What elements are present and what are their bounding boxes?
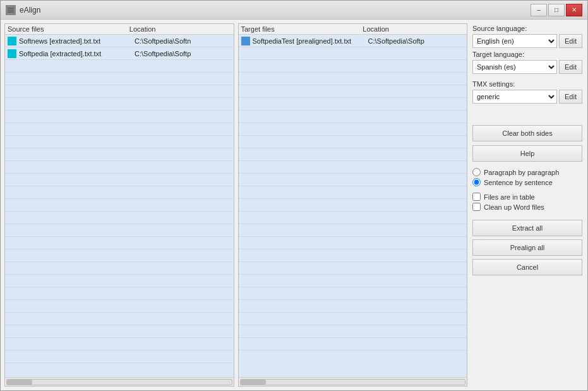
- prealign-all-button[interactable]: Prealign all: [472, 239, 582, 256]
- empty-row: [239, 237, 467, 250]
- empty-row: [239, 148, 467, 161]
- empty-row: [5, 148, 234, 161]
- empty-row: [239, 300, 467, 313]
- close-button[interactable]: ✕: [566, 4, 582, 16]
- source-file-name-0: Softnews [extracted].txt.txt: [19, 37, 135, 45]
- svg-rect-0: [8, 8, 14, 9]
- titlebar-controls: – □ ✕: [531, 4, 582, 16]
- minimize-button[interactable]: –: [531, 4, 547, 16]
- target-files-header-location: Location: [363, 25, 464, 33]
- source-language-select[interactable]: English (en): [472, 34, 557, 48]
- content-area: Source files Location Softnews [extracte…: [1, 20, 587, 390]
- table-row[interactable]: SoftpediaTest [prealigned].txt.txt C:\So…: [239, 35, 467, 47]
- source-file-location-1: C:\Softpedia\Softp: [135, 50, 231, 57]
- tmx-row: generic Edit: [472, 90, 582, 104]
- source-files-header: Source files Location: [5, 24, 234, 35]
- alignment-mode-group: Paragraph by paragraph Sentence by sente…: [472, 168, 582, 186]
- empty-row: [239, 287, 467, 300]
- cleanup-word-checkbox[interactable]: [472, 203, 481, 211]
- source-files-list[interactable]: Softnews [extracted].txt.txt C:\Softpedi…: [5, 35, 234, 377]
- paragraph-radio-label[interactable]: Paragraph by paragraph: [472, 168, 582, 176]
- files-in-table-label[interactable]: Files are in table: [472, 193, 582, 201]
- target-scrollbar-track[interactable]: [240, 379, 466, 385]
- empty-row: [5, 161, 234, 174]
- target-files-header: Target files Location: [239, 24, 467, 35]
- file-icon: [241, 37, 250, 45]
- empty-row: [239, 325, 467, 338]
- files-panel: Source files Location Softnews [extracte…: [4, 23, 467, 387]
- cancel-button[interactable]: Cancel: [472, 259, 582, 275]
- empty-row: [5, 287, 234, 300]
- target-scrollbar-thumb[interactable]: [241, 380, 266, 385]
- paragraph-radio[interactable]: [472, 168, 481, 176]
- empty-row: [239, 250, 467, 262]
- empty-row: [5, 174, 234, 186]
- cleanup-word-text: Clean up Word files: [484, 203, 544, 211]
- source-files-header-name: Source files: [8, 25, 129, 33]
- tmx-select[interactable]: generic: [472, 90, 557, 104]
- empty-row: [239, 60, 467, 73]
- files-in-table-text: Files are in table: [484, 193, 535, 201]
- tmx-edit-button[interactable]: Edit: [559, 90, 582, 104]
- help-button[interactable]: Help: [472, 145, 582, 162]
- empty-row: [5, 338, 234, 351]
- source-scrollbar-track[interactable]: [6, 379, 232, 385]
- restore-button[interactable]: □: [548, 4, 565, 16]
- source-scrollbar-thumb[interactable]: [7, 380, 32, 385]
- empty-row: [239, 174, 467, 186]
- empty-row: [5, 136, 234, 148]
- sentence-radio-text: Sentence by sentence: [484, 179, 553, 186]
- empty-row: [239, 98, 467, 111]
- empty-row: [239, 161, 467, 174]
- empty-row: [5, 123, 234, 136]
- empty-row: [239, 275, 467, 287]
- empty-row: [239, 224, 467, 237]
- empty-row: [239, 47, 467, 60]
- source-file-name-1: Softpedia [extracted].txt.txt: [19, 50, 135, 57]
- empty-row: [5, 224, 234, 237]
- empty-row: [5, 275, 234, 287]
- svg-rect-1: [8, 9, 14, 11]
- sentence-radio[interactable]: [472, 178, 481, 186]
- empty-row: [239, 338, 467, 351]
- main-window: eAlign – □ ✕ Source files Location Softn…: [0, 0, 588, 391]
- empty-row: [5, 237, 234, 250]
- files-in-table-checkbox[interactable]: [472, 193, 481, 201]
- empty-row: [5, 212, 234, 224]
- target-scrollbar[interactable]: [239, 377, 467, 386]
- source-language-row: English (en) Edit: [472, 34, 582, 48]
- file-icon: [8, 49, 16, 58]
- target-file-name-0: SoftpediaTest [prealigned].txt.txt: [253, 37, 368, 45]
- source-scrollbar[interactable]: [5, 377, 234, 386]
- table-row[interactable]: Softnews [extracted].txt.txt C:\Softpedi…: [5, 35, 234, 47]
- target-files-header-name: Target files: [241, 25, 363, 33]
- empty-row: [5, 186, 234, 199]
- empty-row: [5, 351, 234, 363]
- bottom-buttons: Extract all Prealign all Cancel: [472, 216, 582, 275]
- options-checkbox-group: Files are in table Clean up Word files: [472, 193, 582, 211]
- empty-row: [5, 73, 234, 85]
- empty-row: [5, 300, 234, 313]
- cleanup-word-label[interactable]: Clean up Word files: [472, 203, 582, 211]
- target-language-select[interactable]: Spanish (es): [472, 60, 557, 74]
- svg-rect-2: [8, 11, 14, 13]
- source-language-section: Source language: English (en) Edit: [472, 25, 582, 48]
- paragraph-radio-text: Paragraph by paragraph: [484, 169, 559, 176]
- source-language-label: Source language:: [472, 25, 582, 32]
- clear-both-sides-button[interactable]: Clear both sides: [472, 125, 582, 141]
- table-row[interactable]: Softpedia [extracted].txt.txt C:\Softped…: [5, 47, 234, 60]
- empty-row: [239, 186, 467, 199]
- empty-row: [239, 262, 467, 275]
- target-files-panel: Target files Location SoftpediaTest [pre…: [238, 23, 468, 387]
- target-file-location-0: C:\Softpedia\Softp: [368, 37, 465, 45]
- target-language-edit-button[interactable]: Edit: [559, 60, 582, 74]
- source-language-edit-button[interactable]: Edit: [559, 34, 582, 48]
- empty-row: [5, 199, 234, 212]
- empty-row: [239, 111, 467, 123]
- extract-all-button[interactable]: Extract all: [472, 220, 582, 236]
- target-files-list[interactable]: SoftpediaTest [prealigned].txt.txt C:\So…: [239, 35, 467, 377]
- empty-row: [239, 313, 467, 325]
- target-language-label: Target language:: [472, 51, 582, 58]
- empty-row: [239, 212, 467, 224]
- sentence-radio-label[interactable]: Sentence by sentence: [472, 178, 582, 186]
